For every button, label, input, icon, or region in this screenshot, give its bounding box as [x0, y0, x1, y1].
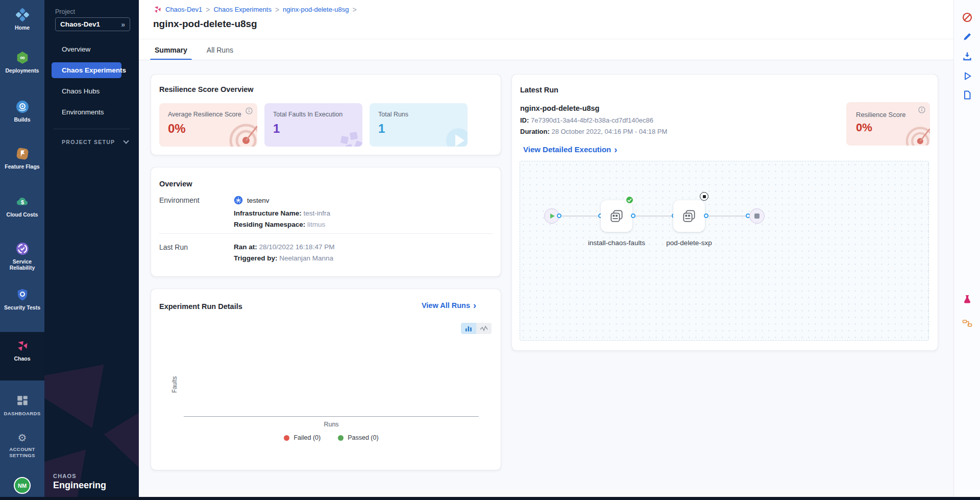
experiment-run-details-card: Experiment Run Details View All Runs ›: [151, 289, 501, 470]
execution-graph-canvas[interactable]: install-chaos-faults pod-delete-sxp: [520, 161, 929, 341]
download-icon[interactable]: [962, 51, 972, 61]
view-all-runs-link[interactable]: View All Runs ›: [422, 301, 476, 309]
stat-label: Total Runs: [378, 111, 408, 118]
section-title: Overview: [159, 180, 192, 188]
run-duration-value: 28 October 2022, 04:16 PM - 04:18 PM: [551, 128, 667, 135]
sidebar-item-deployments[interactable]: ∞ Deployments: [0, 51, 44, 74]
breadcrumb-link-project[interactable]: Chaos-Dev1: [165, 6, 202, 13]
ran-at-value: 28/10/2022 16:18:47 PM: [259, 243, 335, 251]
chart-legend: Failed (0) Passed (0): [184, 434, 479, 441]
stat-total-faults: Total Faults In Execution 1: [264, 103, 362, 147]
project-selector[interactable]: Chaos-Dev1 »: [55, 17, 130, 31]
pipeline-node-install-chaos-faults[interactable]: [601, 200, 632, 232]
chevron-right-icon: ›: [614, 146, 617, 153]
module-label: DASHBOARDS: [4, 411, 40, 417]
security-tests-icon: [16, 288, 29, 301]
sidebar-item-environments[interactable]: Environments: [44, 104, 139, 120]
play-icon: [550, 213, 555, 219]
sidebar-item-security-tests[interactable]: Security Tests: [0, 288, 44, 311]
edit-icon[interactable]: [962, 32, 972, 42]
score-value: 0%: [856, 121, 872, 134]
chaos-icon: [16, 339, 29, 352]
sidebar-item-account-settings[interactable]: ⚙ ACCOUNT SETTINGS: [0, 432, 44, 459]
module-label: Feature Flags: [5, 163, 39, 170]
sidebar-item-home[interactable]: Home: [0, 8, 44, 31]
legend-item-failed[interactable]: Failed (0): [284, 434, 321, 441]
stat-total-runs: Total Runs 1: [370, 103, 468, 147]
sidebar-item-chaos[interactable]: Chaos: [0, 339, 44, 362]
user-avatar[interactable]: NM: [14, 477, 31, 494]
pipeline-port: [631, 213, 635, 218]
triggered-by-value: Neelanjan Manna: [279, 254, 333, 262]
stat-value: 0%: [168, 122, 186, 136]
collapse-sidebar-icon[interactable]: »: [121, 20, 125, 29]
legend-label: Failed (0): [293, 434, 321, 441]
last-run-label: Last Run: [159, 243, 188, 251]
nav-item-label: Environments: [62, 108, 104, 116]
tab-summary[interactable]: Summary: [153, 39, 189, 60]
step-group-icon: [609, 208, 624, 224]
builds-icon: [16, 100, 29, 113]
flask-icon[interactable]: [962, 294, 972, 304]
gear-icon: ⚙: [18, 432, 27, 443]
legend-item-passed[interactable]: Passed (0): [338, 434, 378, 441]
sidebar-item-feature-flags[interactable]: Feature Flags: [0, 147, 44, 170]
sidebar-item-dashboards[interactable]: DASHBOARDS: [0, 394, 44, 417]
sidebar-item-overview[interactable]: Overview: [44, 41, 139, 57]
bottom-edge-bar: [0, 497, 980, 500]
passed-dot-icon: [338, 435, 344, 441]
document-icon[interactable]: [962, 90, 972, 100]
run-icon[interactable]: [962, 71, 972, 81]
chevron-right-icon: ›: [473, 302, 476, 309]
line-chart-toggle-button[interactable]: [476, 323, 492, 334]
breadcrumb-link-experiment[interactable]: nginx-pod-delete-u8sg: [283, 6, 349, 13]
module-label: Chaos: [14, 355, 30, 362]
page-title: nginx-pod-delete-u8sg: [153, 18, 257, 30]
sidebar-item-cloud-costs[interactable]: $ Cloud Costs: [0, 195, 44, 218]
view-detailed-execution-link[interactable]: View Detailed Execution ›: [523, 145, 617, 154]
view-all-runs-label: View All Runs: [422, 301, 470, 309]
triggered-by-row: Triggered by: Neelanjan Manna: [234, 254, 333, 262]
module-sidebar: Home ∞ Deployments Builds Feature Fl: [0, 0, 44, 500]
target-illustration: [222, 116, 257, 147]
triggered-by-label: Triggered by:: [234, 254, 278, 262]
run-id-value: 7e7390d1-3a44-4bf2-b38a-cd7df140ec86: [531, 116, 653, 124]
pipeline-node-label: install-chaos-faults: [585, 238, 648, 248]
tab-bar: Summary All Runs: [153, 39, 235, 60]
sidebar-item-builds[interactable]: Builds: [0, 100, 44, 123]
pipeline-connector: [706, 216, 749, 217]
run-id-label: ID:: [520, 116, 529, 124]
pipeline-connector: [633, 216, 675, 217]
stat-value: 1: [273, 122, 280, 136]
breadcrumb: Chaos-Dev1 > Chaos Experiments > nginx-p…: [153, 5, 357, 14]
tab-label: Summary: [155, 46, 187, 54]
info-icon[interactable]: [918, 106, 925, 113]
status-stopped-badge: [700, 192, 708, 201]
info-icon[interactable]: [246, 107, 253, 114]
stop-icon: [754, 213, 760, 219]
stat-value: 1: [378, 122, 385, 136]
breadcrumb-link-experiments[interactable]: Chaos Experiments: [213, 6, 271, 13]
line-chart-icon: [480, 325, 488, 331]
sidebar-item-chaos-experiments[interactable]: Chaos Experiments: [44, 62, 139, 78]
main-area: Chaos-Dev1 > Chaos Experiments > nginx-p…: [139, 0, 980, 500]
bar-chart-toggle-button[interactable]: [461, 323, 476, 334]
run-duration-label: Duration:: [520, 128, 550, 135]
score-label: Resilience Score: [856, 111, 906, 118]
pipeline-node-pod-delete[interactable]: [673, 200, 705, 232]
step-group-icon: [681, 208, 697, 224]
section-title: Experiment Run Details: [159, 302, 242, 311]
pipeline-end-node[interactable]: [749, 208, 765, 224]
project-setup-toggle[interactable]: PROJECT SETUP: [62, 139, 128, 145]
environment-value: testenv: [234, 196, 270, 205]
sidebar-item-service-reliability[interactable]: Service Reliability: [0, 242, 44, 271]
bar-chart-icon: [465, 325, 472, 331]
nav-item-label: Chaos Hubs: [62, 87, 100, 95]
feature-flags-icon: [16, 147, 29, 160]
project-setup-label: PROJECT SETUP: [62, 139, 115, 145]
pipeline-icon[interactable]: [962, 318, 972, 328]
brand-name: Engineering: [53, 480, 106, 491]
ban-icon[interactable]: [962, 12, 972, 22]
sidebar-item-chaos-hubs[interactable]: Chaos Hubs: [44, 83, 139, 99]
tab-all-runs[interactable]: All Runs: [205, 39, 235, 60]
